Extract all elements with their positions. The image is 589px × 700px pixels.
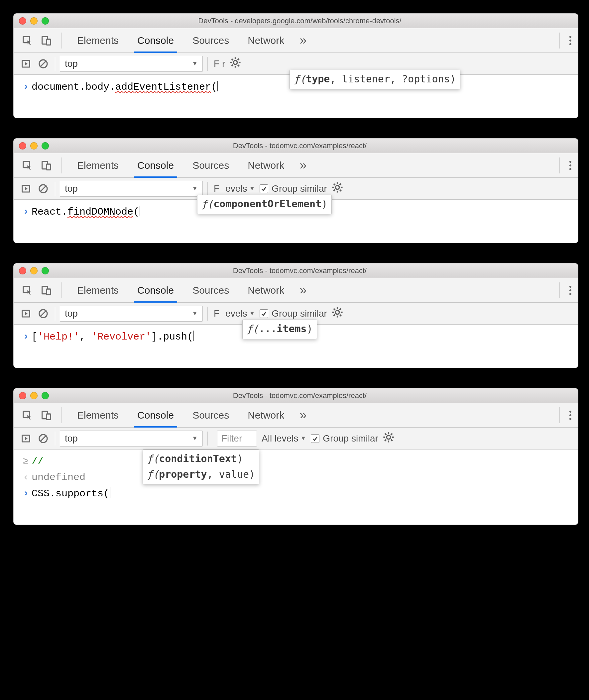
filter-input[interactable]: F (212, 308, 221, 319)
device-toggle-icon[interactable] (39, 283, 53, 297)
code-input[interactable]: ['Help!', 'Revolver'].push( (32, 331, 194, 343)
close-icon[interactable] (19, 17, 26, 25)
chevron-down-icon: ▼ (192, 310, 198, 317)
console-row[interactable]: ‹undefined (14, 469, 578, 485)
tab-network[interactable]: Network (238, 153, 293, 178)
svg-rect-32 (46, 289, 50, 295)
window-title: DevTools - todomvc.com/examples/react/ (27, 391, 573, 400)
overflow-menu-icon[interactable] (559, 282, 573, 298)
context-selector[interactable]: top▼ (60, 430, 203, 446)
settings-gear-icon[interactable] (332, 307, 343, 320)
context-selector[interactable]: top▼ (60, 56, 203, 72)
console-body[interactable]: ƒ(componentOrElement)›React.findDOMNode( (14, 200, 578, 243)
filter-input[interactable]: Filter (217, 430, 257, 446)
console-sidebar-toggle-icon[interactable] (19, 182, 33, 196)
tab-console[interactable]: Console (128, 278, 183, 303)
signature-popup: ƒ(conditionText)ƒ(property, value) (143, 449, 259, 484)
close-icon[interactable] (19, 267, 26, 274)
panel-tabs: ElementsConsoleSourcesNetwork» (68, 28, 305, 53)
context-selector[interactable]: top▼ (60, 181, 203, 197)
svg-point-6 (234, 60, 237, 64)
tab-console[interactable]: Console (128, 153, 183, 178)
context-value: top (65, 184, 78, 194)
panel-tabs: ElementsConsoleSourcesNetwork» (68, 153, 305, 178)
tab-elements[interactable]: Elements (68, 403, 128, 428)
signature-popup: ƒ(componentOrElement) (197, 195, 332, 214)
more-tabs-icon[interactable]: » (300, 158, 305, 172)
separator (61, 282, 62, 298)
code-input[interactable]: React.findDOMNode( (32, 206, 140, 218)
signature-line: ƒ(type, listener, ?options) (294, 71, 456, 87)
window-title: DevTools - developers.google.com/web/too… (27, 17, 573, 25)
code-input[interactable]: // (32, 456, 43, 467)
group-similar-checkbox[interactable] (259, 185, 268, 193)
filter-input[interactable]: F (212, 184, 221, 194)
overflow-menu-icon[interactable] (559, 407, 573, 423)
tab-network[interactable]: Network (238, 278, 293, 303)
settings-gear-icon[interactable] (230, 57, 241, 70)
prompt-icon: › (20, 206, 32, 217)
more-tabs-icon[interactable]: » (300, 283, 305, 297)
titlebar: DevTools - todomvc.com/examples/react/ (14, 264, 578, 278)
code-input[interactable]: CSS.supports( (32, 487, 111, 499)
console-row[interactable]: ›CSS.supports( (14, 485, 578, 501)
log-level-selector[interactable]: All levels▼ (261, 433, 306, 444)
overflow-menu-icon[interactable] (559, 33, 573, 48)
inspect-icon[interactable] (20, 408, 34, 422)
tab-network[interactable]: Network (238, 28, 293, 53)
tab-console[interactable]: Console (128, 28, 183, 53)
inspect-icon[interactable] (20, 34, 34, 47)
clear-console-icon[interactable] (36, 307, 50, 321)
svg-line-28 (333, 190, 335, 191)
more-tabs-icon[interactable]: » (300, 408, 305, 422)
console-row[interactable]: ≥// (14, 453, 578, 469)
clear-console-icon[interactable] (36, 57, 50, 71)
close-icon[interactable] (19, 142, 26, 149)
svg-line-56 (385, 433, 386, 435)
filter-input[interactable]: F (212, 58, 221, 69)
console-body[interactable]: ƒ(type, listener, ?options)›document.bod… (14, 75, 578, 118)
console-body[interactable]: ƒ(...items)›['Help!', 'Revolver'].push( (14, 325, 578, 368)
console-sidebar-toggle-icon[interactable] (19, 307, 33, 321)
group-similar-label: Group similar (323, 433, 378, 444)
device-toggle-icon[interactable] (39, 158, 53, 172)
prompt-icon: › (20, 331, 32, 342)
settings-gear-icon[interactable] (383, 431, 394, 445)
separator (61, 157, 62, 173)
tab-sources[interactable]: Sources (183, 28, 238, 53)
console-sidebar-toggle-icon[interactable] (19, 57, 33, 71)
tab-console[interactable]: Console (128, 403, 183, 428)
context-value: top (65, 433, 78, 444)
tab-elements[interactable]: Elements (68, 28, 128, 53)
tab-sources[interactable]: Sources (183, 403, 238, 428)
close-icon[interactable] (19, 392, 26, 399)
device-toggle-icon[interactable] (39, 34, 53, 47)
clear-console-icon[interactable] (36, 431, 50, 445)
log-level-selector[interactable]: evels▼ (225, 308, 255, 319)
group-similar-checkbox[interactable] (259, 309, 268, 318)
inspect-icon[interactable] (20, 158, 34, 172)
svg-point-36 (335, 310, 339, 314)
inspect-icon[interactable] (20, 283, 34, 297)
clear-console-icon[interactable] (36, 182, 50, 196)
tab-sources[interactable]: Sources (183, 153, 238, 178)
code-input[interactable]: document.body.addEventListener( (32, 81, 218, 93)
code-input[interactable]: undefined (32, 472, 85, 483)
more-tabs-icon[interactable]: » (300, 33, 305, 47)
console-sidebar-toggle-icon[interactable] (19, 431, 33, 445)
chevron-down-icon: ▼ (300, 435, 306, 442)
log-level-selector[interactable]: evels▼ (225, 184, 255, 194)
group-similar-checkbox[interactable] (311, 434, 320, 443)
signature-popup: ƒ(type, listener, ?options) (289, 70, 460, 89)
context-selector[interactable]: top▼ (60, 306, 203, 322)
tab-sources[interactable]: Sources (183, 278, 238, 303)
tab-network[interactable]: Network (238, 403, 293, 428)
tab-elements[interactable]: Elements (68, 153, 128, 178)
console-body[interactable]: ƒ(conditionText)ƒ(property, value)≥//‹un… (14, 449, 578, 524)
tab-elements[interactable]: Elements (68, 278, 128, 303)
settings-gear-icon[interactable] (332, 182, 343, 195)
svg-line-29 (340, 184, 341, 185)
svg-line-35 (40, 311, 46, 316)
overflow-menu-icon[interactable] (559, 157, 573, 173)
device-toggle-icon[interactable] (39, 408, 53, 422)
